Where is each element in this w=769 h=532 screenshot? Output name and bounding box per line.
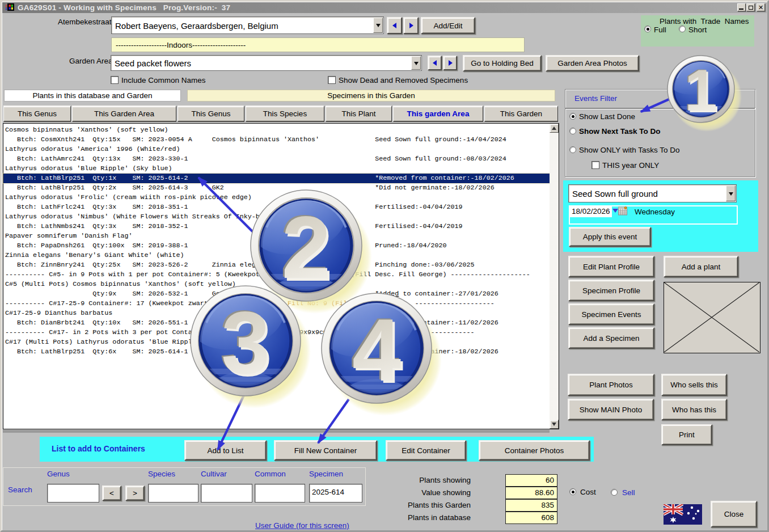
svg-text:4: 4: [352, 301, 401, 399]
svg-text:3: 3: [221, 294, 270, 392]
svg-text:1: 1: [685, 57, 717, 123]
